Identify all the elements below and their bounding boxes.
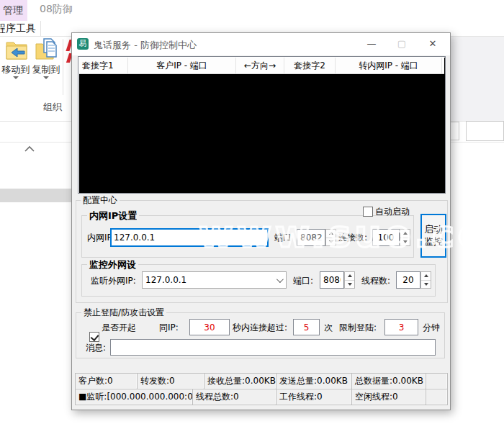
move-to-icon [4,37,29,62]
start-monitor-button[interactable]: 启动监控 [420,214,446,258]
defense-control-dialog: 易 鬼话服务 - 防御控制中心 — ▢ ✕ 套接字1 客户IP - 端口 ←方向… [71,32,451,410]
wan-port-input[interactable] [320,271,344,289]
ribbon-group-organize-label: 组织 [43,101,62,114]
conn-count-input[interactable] [372,229,400,246]
address-bar-partial[interactable] [450,122,459,140]
spin-down-button[interactable] [345,280,354,289]
status-threads-idle: 空闲线程:0 [351,389,426,405]
copy-to-icon [35,37,59,62]
status-filler-1 [426,373,448,389]
wan-monitor-group-label: 监控外网设 [87,258,138,271]
spin-down-button[interactable] [400,238,410,246]
wan-port-label: 端口: [293,276,313,286]
column-direction[interactable]: ←方向→ [236,58,284,73]
threads-spinner [420,271,431,289]
copy-to-dropdown-icon[interactable] [43,76,49,79]
conn-count-spinner [400,229,410,246]
listview-header: 套接字1 客户IP - 端口 ←方向→ 套接字2 转内网IP - 端口 [79,58,444,74]
status-listening: ■监听:[000.000.000.000:0000] [75,389,193,405]
same-ip-input[interactable] [189,319,230,335]
listview-body[interactable] [79,75,444,192]
dialog-title: 鬼话服务 - 防御控制中心 [94,39,197,52]
threads-label: 线程数: [361,276,390,286]
lan-ip-input[interactable] [110,228,269,247]
move-to-label: 移动到 [1,63,30,76]
status-filler-2 [426,389,448,405]
lan-ip-group-label-text: 内网IP设置 [89,209,137,222]
threads-input[interactable] [396,271,420,289]
column-filler [442,58,444,73]
status-threads-total: 线程总数:0 [192,389,276,405]
listen-wan-ip-value: 127.0.0.1 [145,275,186,285]
maximize-button: ▢ [392,36,411,52]
config-center-label: 配置中心 [81,194,120,207]
column-socket1[interactable]: 套接字1 [79,58,128,73]
file-list-selected-row[interactable] [0,189,71,202]
copy-to-label: 复制到 [32,63,60,76]
lan-port-spinner [325,229,336,246]
listen-wan-ip-combobox[interactable]: 127.0.0.1 [142,271,287,289]
exceed-label: 秒内连接超过: [233,322,287,333]
auto-start-checkbox[interactable] [363,207,373,217]
column-forward-ip-port[interactable]: 转内网IP - 端口 [336,58,442,73]
tab-separator [40,21,41,36]
exceed-input[interactable] [293,319,320,335]
minimize-button[interactable]: — [362,36,381,52]
close-button[interactable]: ✕ [423,36,442,52]
column-client-ip-port[interactable]: 客户IP - 端口 [128,58,236,73]
search-box-partial[interactable] [466,121,504,141]
lan-port-input[interactable] [297,229,325,246]
status-data-total: 总数据量:0.00KB [351,373,426,389]
block-enable-label: 是否开起 [102,322,136,333]
status-send-total: 发送总量:0.00KB [276,373,352,389]
lan-ip-group-label: 内网IP设置 [87,209,139,222]
block-login-group-label: 禁止登陆/防攻击设置 [81,307,166,319]
tab-manage[interactable]: 管理 [0,0,27,21]
status-recv-total: 接收总量:0.00KB [204,373,276,389]
block-enable-checkbox[interactable] [89,332,99,342]
limit-login-label: 限制登陆: [339,322,377,333]
spin-up-button[interactable] [345,272,354,280]
times-label: 次 [324,322,333,333]
spin-up-button[interactable] [421,272,431,280]
spin-down-button[interactable] [421,280,431,289]
move-to-button[interactable]: 移动到 [1,37,30,82]
window-title-background: 08防御 [40,3,73,16]
status-clients: 客户数:0 [75,373,138,389]
spin-down-button[interactable] [326,238,336,246]
app-logo-icon: 易 [77,38,89,50]
lan-port-label: 端口 [274,232,292,243]
conn-count-label: 连接数: [338,232,367,243]
limit-login-input[interactable] [384,319,418,335]
dialog-titlebar[interactable]: 易 鬼话服务 - 防御控制中心 — ▢ ✕ [72,33,450,55]
status-threads-working: 工作线程:0 [276,389,352,405]
spin-up-button[interactable] [400,230,410,238]
same-ip-label: 同IP: [159,322,179,333]
copy-to-button[interactable]: 复制到 [32,37,60,82]
wan-port-spinner [344,271,355,289]
message-label: 消息: [86,343,106,353]
move-to-dropdown-icon[interactable] [13,76,19,79]
ribbon-separator [63,39,63,95]
connection-listview[interactable]: 套接字1 客户IP - 端口 ←方向→ 套接字2 转内网IP - 端口 [78,56,446,194]
screen: { "background": { "tabs": { "manage": "管… [0,0,504,429]
message-input[interactable] [110,339,436,356]
auto-start-label: 自动启动 [375,207,410,217]
minutes-label: 分钟 [423,322,440,333]
column-socket2[interactable]: 套接字2 [284,58,336,73]
collapse-chevron-icon[interactable] [24,145,35,153]
tab-program-tools[interactable]: 程序工具 [0,21,40,36]
status-forwards: 转发数:0 [137,373,204,389]
listen-wan-ip-label: 监听外网IP: [91,276,136,286]
combobox-dropdown-icon[interactable] [276,276,284,283]
spin-up-button[interactable] [326,230,336,238]
background-right-pane [450,37,504,121]
